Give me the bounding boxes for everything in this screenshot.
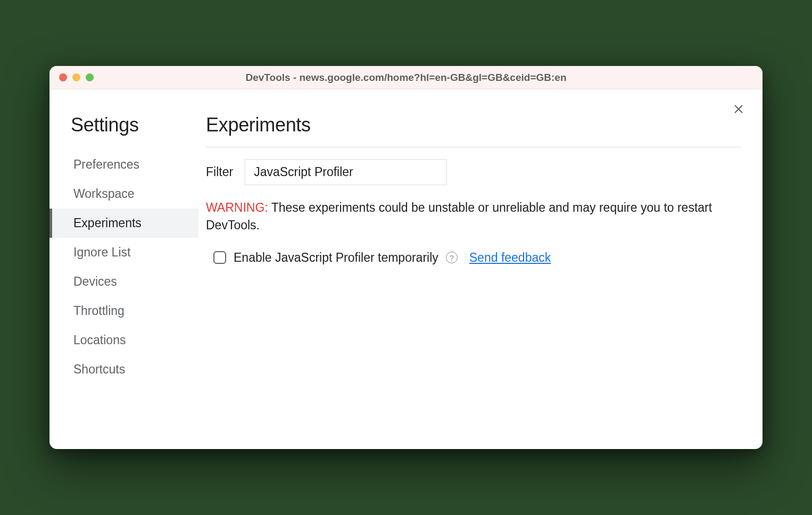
window-title: DevTools - news.google.com/home?hl=en-GB… <box>49 72 763 84</box>
sidebar-item-label: Throttling <box>73 304 125 318</box>
titlebar: DevTools - news.google.com/home?hl=en-GB… <box>49 66 763 89</box>
sidebar-item-devices[interactable]: Devices <box>49 267 198 296</box>
experiment-checkbox[interactable] <box>213 251 226 264</box>
sidebar-item-workspace[interactable]: Workspace <box>49 179 198 209</box>
sidebar-item-label: Preferences <box>73 157 139 171</box>
filter-row: Filter <box>206 159 741 185</box>
sidebar-item-shortcuts[interactable]: Shortcuts <box>49 355 198 384</box>
experiment-row: Enable JavaScript Profiler temporarily ?… <box>206 251 741 265</box>
experiment-label: Enable JavaScript Profiler temporarily <box>234 251 438 265</box>
sidebar-item-locations[interactable]: Locations <box>49 326 198 355</box>
window-minimize-button[interactable] <box>72 73 80 81</box>
sidebar-item-ignore-list[interactable]: Ignore List <box>49 238 198 267</box>
window-close-button[interactable] <box>59 73 67 81</box>
close-settings-button[interactable] <box>731 101 747 117</box>
panel-heading: Experiments <box>206 114 741 147</box>
filter-input[interactable] <box>245 159 447 185</box>
sidebar-item-label: Locations <box>73 333 126 347</box>
settings-sidebar: Settings Preferences Workspace Experimen… <box>49 89 198 449</box>
content-area: Settings Preferences Workspace Experimen… <box>49 89 763 449</box>
window-zoom-button[interactable] <box>86 73 94 81</box>
sidebar-item-label: Ignore List <box>73 245 130 259</box>
sidebar-item-label: Devices <box>73 275 117 288</box>
sidebar-item-label: Experiments <box>73 216 142 230</box>
main-panel: Experiments Filter WARNING: These experi… <box>198 89 763 449</box>
help-icon[interactable]: ? <box>446 252 458 263</box>
sidebar-item-label: Shortcuts <box>73 362 125 376</box>
close-icon <box>733 103 744 115</box>
warning-label: WARNING: <box>206 201 268 214</box>
traffic-lights <box>59 73 94 81</box>
send-feedback-link[interactable]: Send feedback <box>469 251 551 265</box>
filter-label: Filter <box>206 165 233 179</box>
devtools-window: DevTools - news.google.com/home?hl=en-GB… <box>49 66 763 449</box>
sidebar-item-preferences[interactable]: Preferences <box>49 150 198 179</box>
experiments-warning: WARNING: These experiments could be unst… <box>206 199 741 235</box>
sidebar-item-label: Workspace <box>73 187 135 201</box>
sidebar-item-throttling[interactable]: Throttling <box>49 296 198 326</box>
sidebar-item-experiments[interactable]: Experiments <box>49 209 198 238</box>
warning-body: These experiments could be unstable or u… <box>206 201 712 232</box>
settings-title: Settings <box>49 114 198 136</box>
